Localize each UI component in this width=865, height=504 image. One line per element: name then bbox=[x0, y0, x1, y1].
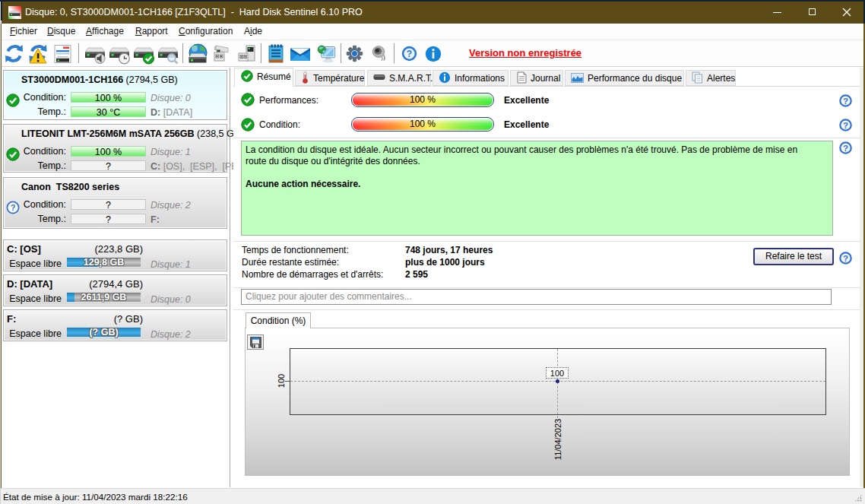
svg-text:?: ? bbox=[843, 254, 848, 263]
svg-text:?: ? bbox=[407, 49, 412, 59]
svg-text:?: ? bbox=[843, 121, 848, 130]
svg-text:?: ? bbox=[843, 144, 848, 153]
svg-text:?: ? bbox=[843, 97, 848, 106]
